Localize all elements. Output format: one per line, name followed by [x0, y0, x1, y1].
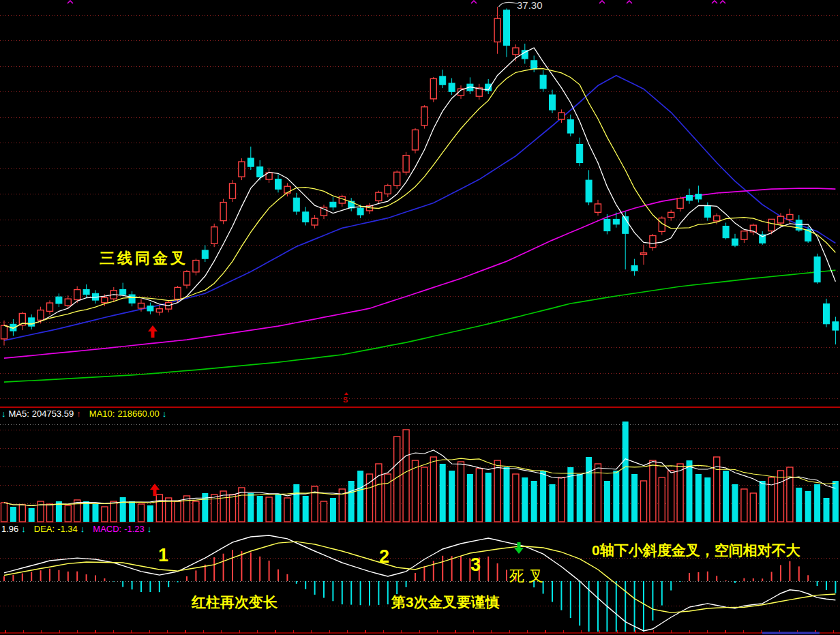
volume-panel-header: ↓ MA5: 204753.59 ↑ MA10: 218660.00 ↓	[1, 409, 166, 419]
down-arrow-icon: ↓	[162, 409, 167, 419]
macd-dea-value: -1.34	[57, 524, 78, 534]
macd-macd-value: -1.23	[124, 524, 145, 534]
down-arrow-icon: ↓	[1, 409, 6, 419]
golden-cross-marker-3: 3	[470, 555, 481, 576]
vol-ma10-label: MA10:	[89, 409, 115, 419]
sell-marker: S	[343, 396, 348, 404]
macd-panel-header: 1.96 ↓ DEA: -1.34 ↓ MACD: -1.23 ↓	[1, 524, 151, 534]
macd-dea-label: DEA:	[34, 524, 55, 534]
down-arrow-icon: ↓	[147, 524, 152, 534]
golden-cross-marker-2: 2	[379, 546, 389, 567]
golden-cross-marker-1: 1	[158, 545, 168, 566]
high-price-label: 37.30	[517, 0, 543, 11]
vol-ma10-value: 218660.00	[117, 409, 159, 419]
triple-golden-cross-annotation: 三线同金叉	[100, 248, 188, 269]
up-arrow-icon: ↑	[76, 409, 81, 419]
down-arrow-icon: ↓	[80, 524, 85, 534]
third-cross-note: 第3次金叉要谨慎	[391, 593, 500, 612]
macd-macd-label: MACD:	[93, 524, 121, 534]
death-cross-arrow-icon	[513, 542, 524, 557]
chart-canvas[interactable]	[0, 0, 840, 635]
kline-chart-window: 37.30 三线同金叉 S ↓ MA5: 204753.59 ↑ MA10: 2…	[0, 0, 840, 635]
down-arrow-icon: ↓	[21, 524, 26, 534]
golden-cross-note: 0轴下小斜度金叉，空间相对不大	[592, 541, 800, 560]
macd-dif-value: 1.96	[1, 524, 18, 534]
death-cross-label: 死叉	[509, 566, 548, 587]
vol-ma5-label: MA5:	[9, 409, 29, 419]
vol-ma5-value: 204753.59	[32, 409, 74, 419]
volume-signal-arrow-icon	[149, 484, 160, 499]
sell-marker-caret-icon	[344, 392, 348, 395]
buy-signal-arrow-icon	[147, 325, 158, 340]
red-bars-note: 红柱再次变长	[192, 593, 278, 612]
